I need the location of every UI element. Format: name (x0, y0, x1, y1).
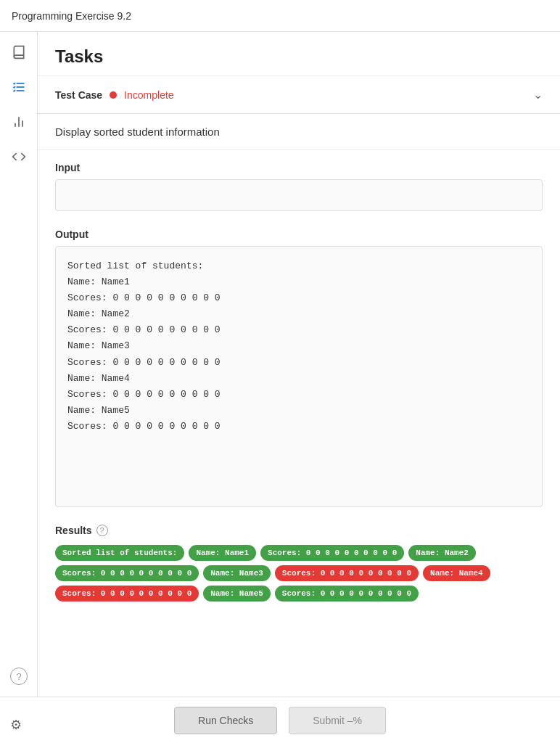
result-chip: Sorted list of students: (55, 545, 184, 561)
result-chip: Scores: 0 0 0 0 0 0 0 0 0 0 (275, 586, 419, 602)
sidebar-item-analytics[interactable] (7, 110, 30, 134)
result-chip: Name: Name1 (189, 545, 256, 561)
result-chip: Name: Name4 (423, 565, 490, 581)
content-area: Test Case Incomplete ⌄ Display sorted st… (38, 76, 560, 613)
run-checks-button[interactable]: Run Checks (174, 707, 277, 734)
chevron-down-icon: ⌄ (533, 88, 543, 102)
sidebar-item-tasks[interactable] (7, 75, 30, 99)
output-text: Sorted list of students: Name: Name1 Sco… (67, 258, 530, 435)
test-case-header[interactable]: Test Case Incomplete ⌄ (38, 76, 560, 114)
bottom-bar: Run Checks Submit –% (0, 697, 560, 743)
main-layout: Tasks Test Case Incomplete ⌄ Display sor… (0, 32, 560, 743)
page-title: Tasks (55, 46, 543, 67)
result-chip: Scores: 0 0 0 0 0 0 0 0 0 0 (55, 565, 199, 581)
result-chip: Scores: 0 0 0 0 0 0 0 0 0 0 (260, 545, 404, 561)
results-section: Results ? Sorted list of students:Name: … (38, 519, 560, 613)
results-label: Results (55, 525, 92, 536)
submit-button[interactable]: Submit –% (289, 707, 386, 734)
input-box[interactable] (55, 179, 543, 211)
main-panel: Tasks Test Case Incomplete ⌄ Display sor… (38, 32, 560, 743)
results-help-icon[interactable]: ? (96, 525, 108, 536)
input-label: Input (38, 150, 560, 179)
test-case-left: Test Case Incomplete (55, 89, 174, 101)
test-case-label: Test Case (55, 89, 102, 101)
top-bar: Programming Exercise 9.2 (0, 0, 560, 32)
gear-icon[interactable]: ⚙ (10, 717, 22, 733)
output-label: Output (38, 223, 560, 246)
sidebar (0, 32, 38, 743)
sidebar-item-book[interactable] (7, 41, 30, 64)
sidebar-item-code[interactable] (7, 145, 30, 168)
help-icon[interactable]: ? (10, 668, 28, 685)
result-chip: Name: Name2 (408, 545, 476, 561)
result-chip: Name: Name5 (203, 586, 271, 602)
top-bar-title: Programming Exercise 9.2 (12, 10, 131, 22)
task-description: Display sorted student information (38, 114, 560, 150)
status-text: Incomplete (124, 89, 173, 101)
status-dot (110, 91, 117, 99)
results-header: Results ? (55, 525, 543, 536)
result-chip: Scores: 0 0 0 0 0 0 0 0 0 0 (55, 586, 199, 602)
result-chip: Scores: 0 0 0 0 0 0 0 0 0 0 (275, 565, 419, 581)
output-box: Sorted list of students: Name: Name1 Sco… (55, 246, 543, 507)
panel-header: Tasks (38, 32, 560, 76)
result-chip: Name: Name3 (203, 565, 271, 581)
results-chips: Sorted list of students:Name: Name1Score… (55, 545, 543, 602)
